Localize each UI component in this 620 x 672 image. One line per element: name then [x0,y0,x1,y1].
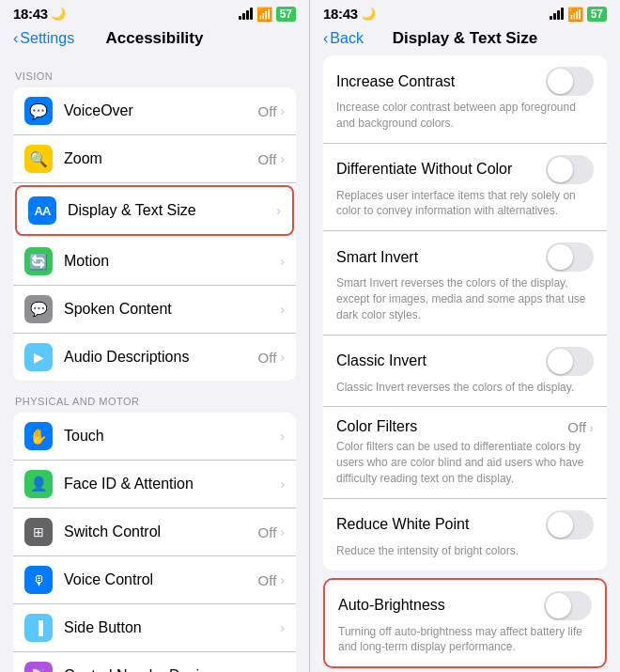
audio-descriptions-value: Off [258,350,277,366]
differentiate-without-color-title: Differentiate Without Color [336,161,512,178]
color-filters-row: Color Filters Off › [336,418,594,435]
right-status-icons: 📶 57 [550,7,607,22]
face-id-chevron: › [280,477,285,492]
right-chevron-icon: ‹ [323,30,328,47]
voiceover-chevron: › [280,103,285,118]
control-nearby-icon: 📡 [24,662,53,672]
voice-control-item[interactable]: 🎙 Voice Control Off › [13,556,296,604]
reduce-white-point-toggle[interactable] [546,510,594,539]
audio-descriptions-chevron: › [280,350,285,365]
touch-label: Touch [64,428,280,445]
left-nav-bar: ‹ Settings Accessibility [0,25,309,55]
smart-invert-toggle[interactable] [546,242,594,272]
spoken-content-icon: 💬 [24,295,53,323]
increase-contrast-desc: Increase color contrast between app fore… [336,100,594,132]
increase-contrast-toggle[interactable] [546,67,594,96]
side-button-icon: ▐ [24,614,53,642]
zoom-value: Off [258,151,277,167]
auto-brightness-highlighted: Auto-Brightness Turning off auto-brightn… [323,578,607,669]
audio-descriptions-item[interactable]: ▶ Audio Descriptions Off › [13,334,296,381]
control-nearby-item[interactable]: 📡 Control Nearby Devices › [13,652,296,672]
control-nearby-chevron: › [280,668,285,672]
touch-item[interactable]: ✋ Touch › [13,413,296,461]
voice-control-icon: 🎙 [24,566,53,594]
wifi-icon: 📶 [256,7,272,22]
right-back-button[interactable]: ‹ Back [323,30,364,47]
face-id-item[interactable]: 👤 Face ID & Attention › [13,461,296,508]
color-filters-chevron-icon: › [589,419,594,435]
increase-contrast-row: Increase Contrast [336,67,594,96]
differentiate-without-color-item: Differentiate Without Color Replaces use… [323,144,607,232]
motion-item[interactable]: 🔄 Motion › [13,238,296,286]
smart-invert-row: Smart Invert [336,242,594,272]
left-back-label[interactable]: Settings [20,30,74,47]
color-filters-value-group: Off › [567,419,594,435]
left-moon-icon: 🌙 [51,7,66,21]
face-id-label: Face ID & Attention [64,476,280,492]
spoken-content-item[interactable]: 💬 Spoken Content › [13,286,296,334]
left-status-icons: 📶 57 [239,7,296,22]
switch-control-value: Off [258,524,277,540]
side-button-chevron: › [280,620,285,635]
right-back-label[interactable]: Back [330,30,364,47]
right-signal-icon [550,8,564,20]
control-nearby-label: Control Nearby Devices [64,667,280,672]
audio-descriptions-label: Audio Descriptions [64,349,258,366]
left-back-button[interactable]: ‹ Settings [13,30,74,47]
left-nav-title: Accessibility [106,29,204,48]
left-status-bar: 18:43 🌙 📶 57 [0,0,309,25]
voice-control-label: Voice Control [64,571,258,588]
auto-brightness-item: Auto-Brightness Turning off auto-brightn… [325,580,605,667]
classic-invert-row: Classic Invert [336,347,594,376]
color-filters-title: Color Filters [336,418,417,435]
side-button-item[interactable]: ▐ Side Button › [13,604,296,652]
right-phone-panel: 18:43 🌙 📶 57 ‹ Back Display & Text Size … [310,0,620,672]
display-text-size-icon: AA [28,196,56,225]
motion-chevron: › [280,254,285,269]
display-text-size-chevron: › [276,203,281,218]
increase-contrast-title: Increase Contrast [336,73,455,90]
physical-motor-list: ✋ Touch › 👤 Face ID & Attention › ⊞ Swit… [13,413,296,672]
reduce-white-point-desc: Reduce the intensity of bright colors. [336,543,594,559]
switch-control-item[interactable]: ⊞ Switch Control Off › [13,508,296,556]
vision-section-label: VISION [0,55,309,87]
voiceover-value: Off [258,103,277,119]
battery-icon: 57 [276,7,296,22]
motion-icon: 🔄 [24,247,53,275]
left-scroll-area[interactable]: VISION 💬 VoiceOver Off › 🔍 Zoom Off › AA… [0,55,309,672]
touch-icon: ✋ [24,422,53,450]
voiceover-item[interactable]: 💬 VoiceOver Off › [13,87,296,135]
switch-control-chevron: › [280,524,285,539]
classic-invert-toggle[interactable] [546,347,594,376]
side-button-label: Side Button [64,619,280,636]
right-wifi-icon: 📶 [567,7,583,22]
physical-motor-section-label: PHYSICAL AND MOTOR [0,381,309,413]
reduce-white-point-title: Reduce White Point [336,516,469,533]
left-chevron-icon: ‹ [13,30,18,47]
increase-contrast-item: Increase Contrast Increase color contras… [323,55,607,144]
voiceover-label: VoiceOver [64,102,258,119]
switch-control-icon: ⊞ [24,518,53,546]
left-phone-panel: 18:43 🌙 📶 57 ‹ Settings Accessibility VI… [0,0,310,672]
voice-control-chevron: › [280,572,285,587]
reduce-white-point-item: Reduce White Point Reduce the intensity … [323,499,607,570]
settings-list: Increase Contrast Increase color contras… [323,55,607,570]
classic-invert-title: Classic Invert [336,352,426,369]
color-filters-desc: Color filters can be used to differentia… [336,439,594,486]
face-id-icon: 👤 [24,470,53,498]
smart-invert-item: Smart Invert Smart Invert reverses the c… [323,231,607,335]
auto-brightness-toggle[interactable] [544,591,592,620]
zoom-item[interactable]: 🔍 Zoom Off › [13,135,296,183]
differentiate-without-color-desc: Replaces user interface items that rely … [336,188,594,220]
zoom-chevron: › [280,151,285,166]
classic-invert-item: Classic Invert Classic Invert reverses t… [323,336,607,408]
voice-control-value: Off [258,572,277,588]
differentiate-without-color-toggle[interactable] [546,155,594,184]
right-time: 18:43 [323,6,358,22]
color-filters-item[interactable]: Color Filters Off › Color filters can be… [323,407,607,498]
left-time: 18:43 [13,6,48,22]
differentiate-without-color-row: Differentiate Without Color [336,155,594,184]
right-status-bar: 18:43 🌙 📶 57 [310,0,620,25]
display-text-size-item[interactable]: AA Display & Text Size › [15,185,294,236]
zoom-label: Zoom [64,150,258,167]
